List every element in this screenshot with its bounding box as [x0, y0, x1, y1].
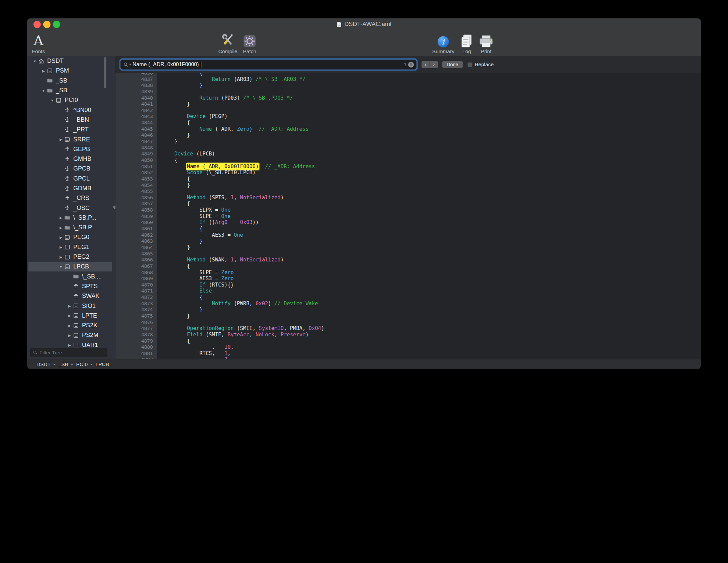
tree-item-peg0[interactable]: ▶PEG0: [27, 232, 106, 242]
compile-button[interactable]: Compile: [218, 32, 238, 54]
print-label: Print: [481, 48, 491, 54]
tree-item-sio1[interactable]: ▶SIO1: [27, 301, 106, 311]
code-line: 4842: [115, 107, 701, 114]
disclosure-closed-icon[interactable]: ▶: [67, 324, 73, 328]
tree-item-sbp[interactable]: ▶\_SB.P...: [27, 213, 106, 223]
disclosure-closed-icon[interactable]: ▶: [58, 137, 64, 141]
print-icon: [478, 32, 494, 48]
tree-item-label: \_SB.P...: [73, 224, 96, 231]
code-editor[interactable]: 4836 {4837 Return (AR03) /* \_SB_.AR03 *…: [115, 73, 701, 359]
device-icon: [64, 234, 71, 240]
tree-item-dsdt[interactable]: ▼DSDT: [27, 56, 106, 66]
tree-item-bn00[interactable]: ^BN00: [27, 105, 106, 115]
clear-search-button[interactable]: ×: [408, 62, 414, 68]
code-line-text: [157, 89, 162, 95]
device-icon: [64, 264, 71, 270]
patch-button[interactable]: Patch: [243, 32, 257, 54]
find-next-button[interactable]: ›: [430, 61, 438, 68]
disclosure-closed-icon[interactable]: ▶: [58, 226, 64, 230]
code-line: 4854 }: [115, 182, 701, 189]
tree-item-gmhb[interactable]: GMHB: [27, 154, 106, 164]
disclosure-closed-icon[interactable]: ▶: [67, 333, 73, 337]
tree-item-crs[interactable]: _CRS: [27, 193, 106, 203]
tree-item-prt[interactable]: _PRT: [27, 125, 106, 134]
method-icon: [64, 107, 71, 113]
disclosure-closed-icon[interactable]: ▶: [67, 314, 73, 318]
window-title-group: DSDT-AWAC.aml: [337, 21, 391, 28]
disclosure-closed-icon[interactable]: ▶: [58, 255, 64, 259]
find-previous-button[interactable]: ‹: [422, 61, 430, 68]
code-line-text: }: [157, 313, 190, 319]
code-line-text: {: [157, 176, 190, 182]
tree-item-sbp[interactable]: ▶\_SB.P...: [27, 223, 106, 232]
replace-checkbox[interactable]: [467, 62, 472, 67]
code-line-text: , 3,: [157, 356, 231, 359]
code-line: 4868 SLPE = Zero: [115, 269, 701, 276]
tree-item-bbn[interactable]: _BBN: [27, 115, 106, 125]
code-line-text: If (RTCS){}: [157, 282, 234, 288]
disclosure-closed-icon[interactable]: ▶: [67, 304, 73, 308]
titlebar[interactable]: DSDT-AWAC.aml: [27, 18, 701, 30]
breadcrumb-item[interactable]: LPCB: [96, 361, 109, 367]
tree-item-srre[interactable]: ▶SRRE: [27, 134, 106, 144]
tree-item-pci0[interactable]: ▼PCI0: [27, 95, 106, 105]
disclosure-open-icon[interactable]: ▼: [32, 59, 38, 63]
tree-item-peg1[interactable]: ▶PEG1: [27, 242, 106, 252]
disclosure-closed-icon[interactable]: ▶: [40, 69, 47, 73]
tree-item-label: GDMB: [73, 185, 91, 192]
disclosure-closed-icon[interactable]: ▶: [58, 245, 64, 249]
tree-item-label: DSDT: [47, 58, 64, 65]
tree-item-lpte[interactable]: ▶LPTE: [27, 311, 106, 321]
tree-item-ps2m[interactable]: ▶PS2M: [27, 330, 106, 340]
disclosure-open-icon[interactable]: ▼: [58, 265, 64, 269]
summary-button[interactable]: i Summary: [432, 32, 454, 54]
tree-item-sb[interactable]: ▼_SB: [27, 86, 106, 95]
tree-item-label: UAR1: [82, 342, 98, 348]
zoom-button[interactable]: [53, 21, 60, 28]
breadcrumb-item[interactable]: DSDT: [36, 361, 51, 367]
done-button[interactable]: Done: [442, 61, 463, 68]
tree-item-uar1[interactable]: ▶UAR1: [27, 340, 106, 348]
code-line: 4859 SLPE = One: [115, 213, 701, 220]
minimize-button[interactable]: [43, 21, 51, 28]
line-number: 4874: [115, 307, 157, 313]
tree-item-label: _CRS: [73, 195, 89, 202]
device-icon: [64, 136, 71, 142]
breadcrumb-item[interactable]: PCI0: [76, 361, 88, 367]
tree-item-gepb[interactable]: GEPB: [27, 144, 106, 154]
tree-item-peg2[interactable]: ▶PEG2: [27, 252, 106, 262]
folder-icon: [73, 273, 79, 279]
close-button[interactable]: [33, 21, 41, 28]
disclosure-open-icon[interactable]: ▼: [40, 89, 47, 93]
tree-item-osc[interactable]: _OSC: [27, 203, 106, 213]
tree-item-swak[interactable]: SWAK: [27, 291, 106, 301]
tree-item-sb[interactable]: \_SB....: [27, 272, 106, 282]
tree-item-spts[interactable]: SPTS: [27, 282, 106, 291]
disclosure-closed-icon[interactable]: ▶: [67, 343, 73, 347]
code-line-text: Method (SPTS, 1, NotSerialized): [157, 195, 284, 201]
find-input[interactable]: ▾ Name (_ADR, 0x001F0000) 1 ×: [120, 60, 417, 70]
tree-item-ps2k[interactable]: ▶PS2K: [27, 321, 106, 330]
traffic-lights: [33, 18, 60, 30]
tree-item-gpcl[interactable]: GPCL: [27, 174, 106, 184]
tree-item-lpcb[interactable]: ▼LPCB: [27, 262, 106, 271]
line-number: 4843: [115, 113, 157, 120]
tree-item-label: _BBN: [73, 116, 89, 123]
tree-item-label: PEG0: [73, 234, 89, 241]
breadcrumb-separator-icon: ▸: [54, 362, 56, 366]
disclosure-closed-icon[interactable]: ▶: [58, 216, 64, 220]
filter-tree-input[interactable]: Filter Tree: [30, 348, 107, 357]
print-button[interactable]: Print: [478, 32, 494, 54]
breadcrumb-item[interactable]: _SB: [59, 361, 68, 367]
tree-item-label: _SB: [56, 87, 67, 94]
log-button[interactable]: Log: [460, 32, 473, 54]
fonts-button[interactable]: A Fonts: [32, 32, 45, 54]
tree-item-gpcb[interactable]: GPCB: [27, 164, 106, 174]
tree-item-gdmb[interactable]: GDMB: [27, 184, 106, 193]
disclosure-closed-icon[interactable]: ▶: [58, 235, 64, 239]
search-menu-chevron-icon[interactable]: ▾: [129, 63, 131, 66]
tree-item-psm[interactable]: ▶PSM: [27, 66, 106, 76]
disclosure-open-icon[interactable]: ▼: [49, 98, 55, 102]
tree-item-sb[interactable]: _SB: [27, 76, 106, 86]
sidebar-scrollbar[interactable]: [104, 57, 106, 88]
